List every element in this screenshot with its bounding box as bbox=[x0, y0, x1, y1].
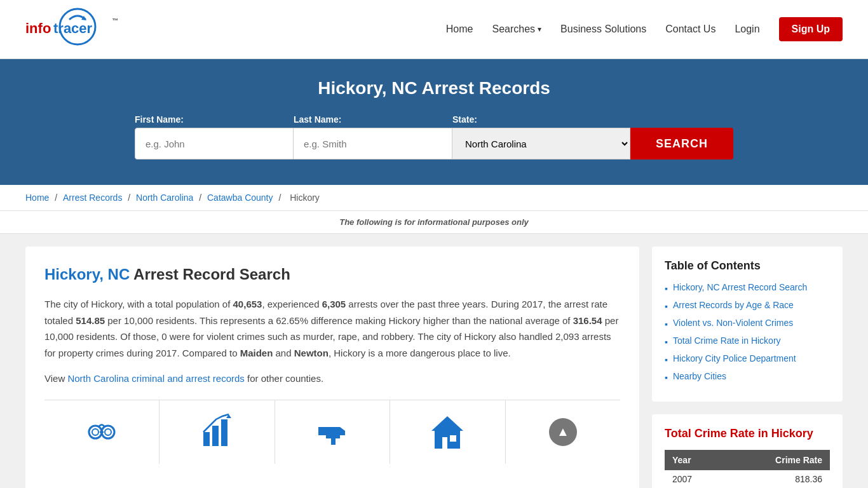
svg-rect-10 bbox=[203, 432, 210, 446]
svg-rect-11 bbox=[212, 426, 219, 446]
last-name-group: Last Name: bbox=[294, 114, 452, 159]
heading-blue: Hickory, NC bbox=[44, 266, 130, 283]
crime-rate-box: Total Crime Rate in Hickory Year Crime R… bbox=[652, 414, 843, 488]
svg-text:™: ™ bbox=[112, 17, 118, 24]
toc-title: Table of Contents bbox=[665, 259, 830, 273]
toc-item-6: Nearby Cities bbox=[665, 371, 830, 383]
chart-icon-cell bbox=[159, 400, 275, 464]
signup-button[interactable]: Sign Up bbox=[779, 17, 843, 41]
icons-row: ▲ bbox=[44, 400, 620, 464]
breadcrumb-catawba-county[interactable]: Catawba County bbox=[207, 193, 273, 203]
year-2007: 2007 bbox=[665, 470, 724, 488]
toc-item-1: Hickory, NC Arrest Record Search bbox=[665, 282, 830, 294]
handcuffs-icon-cell bbox=[44, 400, 159, 464]
toc-link-1[interactable]: Hickory, NC Arrest Record Search bbox=[673, 282, 807, 292]
svg-rect-14 bbox=[318, 427, 322, 435]
hero-title: Hickory, NC Arrest Records bbox=[25, 78, 843, 98]
site-header: info tracer ™ Home Searches ▾ Business S… bbox=[0, 0, 868, 59]
col-rate: Crime Rate bbox=[724, 450, 830, 470]
breadcrumb-sep-3: / bbox=[199, 193, 204, 203]
col-year: Year bbox=[665, 450, 724, 470]
search-form: First Name: Last Name: State: North Caro… bbox=[85, 114, 783, 159]
last-name-label: Last Name: bbox=[294, 114, 452, 125]
toc-link-2[interactable]: Arrest Records by Age & Race bbox=[673, 300, 794, 310]
state-label: State: bbox=[452, 114, 630, 125]
first-name-input[interactable] bbox=[135, 128, 294, 159]
nav-business[interactable]: Business Solutions bbox=[560, 24, 646, 35]
nav-home[interactable]: Home bbox=[446, 24, 473, 35]
nav-contact[interactable]: Contact Us bbox=[665, 24, 715, 35]
main-content: Hickory, NC Arrest Record Search The cit… bbox=[25, 247, 639, 488]
toc-item-2: Arrest Records by Age & Race bbox=[665, 300, 830, 311]
main-nav: Home Searches ▾ Business Solutions Conta… bbox=[446, 17, 843, 41]
content-heading: Hickory, NC Arrest Record Search bbox=[44, 266, 620, 283]
breadcrumb-home[interactable]: Home bbox=[25, 193, 49, 203]
breadcrumb-sep-4: / bbox=[278, 193, 283, 203]
toc-item-5: Hickory City Police Department bbox=[665, 353, 830, 365]
crime-rate-table: Year Crime Rate 2007 818.36 bbox=[665, 450, 830, 488]
info-banner: The following is for informational purpo… bbox=[0, 211, 868, 234]
svg-marker-15 bbox=[431, 416, 463, 431]
scroll-top-cell: ▲ bbox=[506, 400, 620, 464]
hero-section: Hickory, NC Arrest Records First Name: L… bbox=[0, 59, 868, 185]
svg-point-6 bbox=[92, 429, 98, 435]
login-button[interactable]: Login bbox=[735, 24, 759, 35]
breadcrumb: Home / Arrest Records / North Carolina /… bbox=[0, 185, 868, 211]
svg-rect-12 bbox=[221, 419, 227, 446]
toc-link-4[interactable]: Total Crime Rate in Hickory bbox=[673, 336, 781, 346]
toc-box: Table of Contents Hickory, NC Arrest Rec… bbox=[652, 247, 843, 402]
handcuffs-icon bbox=[83, 413, 121, 451]
svg-point-7 bbox=[105, 429, 111, 435]
toc-list: Hickory, NC Arrest Record Search Arrest … bbox=[665, 282, 830, 383]
logo-svg: info tracer ™ bbox=[25, 6, 153, 48]
svg-rect-18 bbox=[450, 435, 456, 442]
svg-text:info: info bbox=[25, 20, 51, 36]
toc-link-3[interactable]: Violent vs. Non-Violent Crimes bbox=[673, 318, 793, 328]
svg-text:tracer: tracer bbox=[53, 20, 93, 36]
gun-icon-cell bbox=[275, 400, 390, 464]
last-name-input[interactable] bbox=[294, 128, 452, 159]
breadcrumb-arrest-records[interactable]: Arrest Records bbox=[63, 193, 122, 203]
logo-text: info tracer ™ bbox=[25, 6, 153, 52]
chevron-down-icon: ▾ bbox=[538, 25, 541, 34]
toc-item-3: Violent vs. Non-Violent Crimes bbox=[665, 318, 830, 329]
crime-rate-title: Total Crime Rate in Hickory bbox=[665, 427, 830, 440]
house-icon bbox=[428, 413, 466, 451]
first-name-group: First Name: bbox=[135, 114, 294, 159]
heading-rest: Arrest Record Search bbox=[130, 266, 290, 283]
gun-icon bbox=[313, 413, 351, 451]
rate-2007: 818.36 bbox=[724, 470, 830, 488]
svg-rect-17 bbox=[442, 437, 447, 449]
house-icon-cell bbox=[390, 400, 505, 464]
first-name-label: First Name: bbox=[135, 114, 294, 125]
crime-rate-row-1: 2007 818.36 bbox=[665, 470, 830, 488]
toc-link-6[interactable]: Nearby Cities bbox=[673, 371, 726, 381]
breadcrumb-sep-1: / bbox=[55, 193, 60, 203]
nav-searches[interactable]: Searches ▾ bbox=[492, 24, 541, 35]
breadcrumb-sep-2: / bbox=[128, 193, 133, 203]
logo: info tracer ™ bbox=[25, 6, 153, 52]
search-button[interactable]: SEARCH bbox=[630, 128, 733, 159]
content-link-paragraph: View North Carolina criminal and arrest … bbox=[44, 370, 620, 387]
scroll-top-button[interactable]: ▲ bbox=[549, 418, 577, 446]
nc-records-link[interactable]: North Carolina criminal and arrest recor… bbox=[67, 373, 244, 384]
state-select[interactable]: North Carolina Alabama Alaska Arizona Ca… bbox=[452, 128, 630, 159]
main-layout: Hickory, NC Arrest Record Search The cit… bbox=[0, 234, 868, 488]
toc-item-4: Total Crime Rate in Hickory bbox=[665, 336, 830, 347]
content-paragraph: The city of Hickory, with a total popula… bbox=[44, 296, 620, 361]
toc-link-5[interactable]: Hickory City Police Department bbox=[673, 353, 796, 363]
breadcrumb-hickory: Hickory bbox=[290, 193, 320, 203]
sidebar: Table of Contents Hickory, NC Arrest Rec… bbox=[652, 247, 843, 488]
chart-icon bbox=[198, 413, 236, 451]
state-group: State: North Carolina Alabama Alaska Ari… bbox=[452, 114, 630, 159]
breadcrumb-north-carolina[interactable]: North Carolina bbox=[136, 193, 193, 203]
